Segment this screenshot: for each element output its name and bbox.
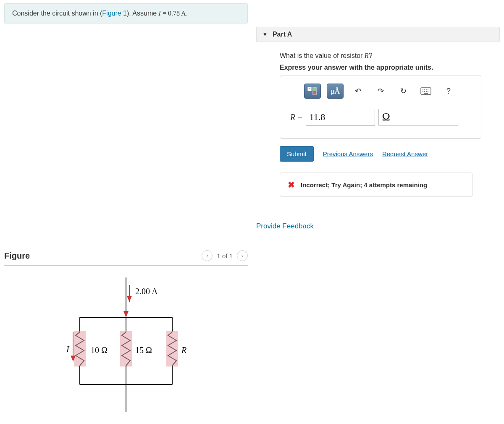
question-text: What is the value of resistor R? (280, 52, 500, 60)
svg-rect-8 (74, 331, 86, 366)
toolbar: μÅ ↶ ↷ ↻ ? (286, 84, 475, 99)
answer-var: R = (290, 113, 302, 122)
circuit-diagram: 2.00 A I 10 Ω (4, 277, 239, 412)
svg-point-29 (424, 91, 425, 92)
figure-link[interactable]: Figure 1 (102, 10, 127, 17)
svg-point-28 (423, 91, 423, 92)
unit-input[interactable] (378, 109, 458, 126)
svg-rect-32 (424, 93, 428, 94)
figure-title: Figure (4, 251, 30, 261)
request-answer-link[interactable]: Request Answer (382, 150, 428, 157)
keyboard-icon[interactable] (417, 84, 434, 99)
svg-rect-13 (120, 331, 132, 366)
current-label: 2.00 A (135, 287, 158, 296)
undo-icon[interactable]: ↶ (349, 84, 366, 99)
svg-point-24 (423, 89, 423, 90)
part-header[interactable]: ▼ Part A (256, 27, 500, 42)
chevron-down-icon: ▼ (262, 31, 268, 37)
units-button[interactable]: μÅ (327, 84, 344, 99)
answer-box: μÅ ↶ ↷ ↻ ? R = (280, 76, 481, 139)
svg-marker-3 (127, 296, 132, 302)
problem-tail: . (186, 10, 188, 17)
svg-rect-22 (313, 92, 316, 94)
r2-label: 15 Ω (135, 345, 152, 355)
i-label: I (66, 345, 70, 354)
figure-nav-text: 1 of 1 (217, 252, 233, 259)
part-title: Part A (273, 31, 292, 38)
figure-next-button[interactable]: › (237, 250, 248, 261)
r1-label: 10 Ω (91, 345, 108, 355)
provide-feedback-link[interactable]: Provide Feedback (256, 222, 500, 230)
svg-point-30 (426, 91, 427, 92)
problem-text-prefix: Consider the circuit shown in ( (12, 10, 102, 17)
help-icon[interactable]: ? (440, 84, 457, 99)
previous-answers-link[interactable]: Previous Answers (323, 150, 373, 157)
figure-nav: ‹ 1 of 1 › (202, 250, 248, 261)
feedback-text: Incorrect; Try Again; 4 attempts remaini… (301, 181, 427, 188)
instruction-text: Express your answer with the appropriate… (280, 64, 500, 71)
svg-rect-19 (309, 88, 310, 89)
feedback-box: ✖ Incorrect; Try Again; 4 attempts remai… (280, 173, 473, 197)
svg-point-31 (428, 91, 428, 92)
problem-statement: Consider the circuit shown in (Figure 1)… (4, 3, 248, 24)
figure-prev-button[interactable]: ‹ (202, 250, 213, 261)
svg-rect-21 (313, 88, 316, 91)
svg-rect-16 (166, 331, 178, 366)
incorrect-icon: ✖ (288, 180, 295, 190)
svg-point-26 (426, 89, 427, 90)
problem-text-suffix: ). Assume (127, 10, 159, 17)
template-icon[interactable] (304, 84, 321, 99)
svg-marker-1 (123, 311, 129, 317)
submit-button[interactable]: Submit (280, 146, 314, 162)
figure-section: Figure ‹ 1 of 1 › 2.00 A (4, 250, 248, 412)
value-input[interactable] (306, 109, 375, 126)
problem-eq: = 0.78 A (161, 10, 186, 17)
svg-point-25 (424, 89, 425, 90)
redo-icon[interactable]: ↷ (372, 84, 389, 99)
r3-label: R (181, 345, 186, 355)
svg-point-27 (428, 89, 428, 90)
reset-icon[interactable]: ↻ (395, 84, 412, 99)
